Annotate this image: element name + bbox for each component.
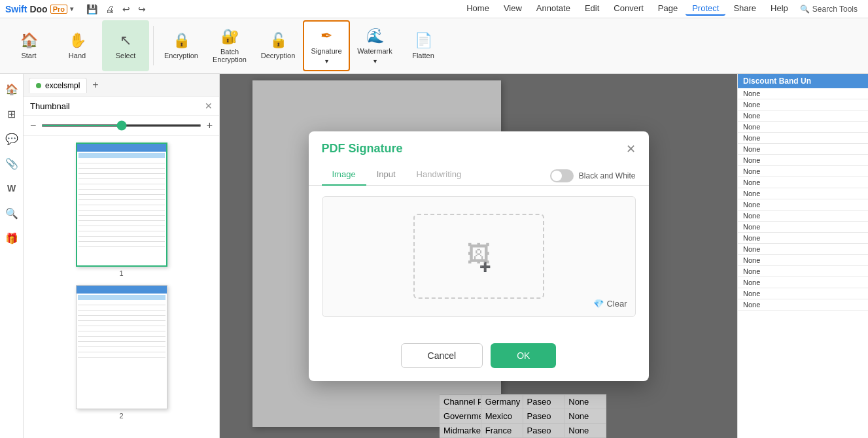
logo-caret: ▾ [70, 5, 73, 12]
menu-share[interactable]: Share [727, 2, 763, 16]
data-row: None [738, 211, 868, 222]
watermark-caret: ▾ [373, 58, 377, 65]
toggle-knob [551, 171, 562, 181]
sidebar-clip-icon[interactable]: 📎 [2, 154, 22, 173]
app-logo: SwiftDoo Pro ▾ [5, 4, 73, 14]
menu-edit[interactable]: Edit [578, 2, 606, 16]
select-label: Select [116, 52, 136, 59]
signature-button[interactable]: ✒ Signature ▾ [303, 20, 350, 71]
sidebar-search-icon[interactable]: 🔍 [2, 203, 22, 223]
tab-excelsmpl[interactable]: excelsmpl [29, 78, 87, 93]
encryption-icon: 🔒 [173, 32, 190, 49]
data-row: None [738, 133, 868, 144]
zoom-in-button[interactable]: + [207, 120, 213, 131]
print-button[interactable]: 🖨 [103, 3, 117, 16]
menu-home[interactable]: Home [460, 2, 496, 16]
modal-close-button[interactable]: ✕ [626, 142, 636, 156]
decryption-icon: 🔓 [269, 32, 287, 49]
image-upload-area[interactable]: 🖼 ➕ 💎 Clear [322, 196, 636, 317]
signature-icon: ✒ [321, 27, 332, 44]
window-controls: 💾 🖨 ↩ ↪ [84, 3, 148, 16]
logo-swift: Swift [5, 4, 27, 14]
select-icon: ↖ [120, 32, 131, 49]
modal-title: PDF Signature [322, 142, 403, 156]
hand-label: Hand [69, 52, 86, 59]
tab-dot [36, 83, 41, 88]
add-image-icon: ➕ [479, 261, 491, 272]
search-tools-label: Search Tools [812, 5, 858, 14]
thumbnail-page-2[interactable]: 2 [76, 285, 167, 420]
data-row: None [738, 277, 868, 288]
pdf-area: PDF Signature ✕ Image Input Handwriting … [220, 74, 737, 438]
select-button[interactable]: ↖ Select [102, 20, 149, 71]
tab-handwriting[interactable]: Handwriting [406, 164, 472, 186]
right-panel-rows: None None None None None None None None … [738, 88, 868, 311]
save-button[interactable]: 💾 [84, 3, 100, 16]
data-row: None [738, 110, 868, 122]
clear-button[interactable]: 💎 Clear [593, 299, 627, 309]
batch-encryption-icon: 🔐 [221, 28, 239, 45]
right-panel-title: Discount Band Un [743, 76, 811, 86]
menu-annotate[interactable]: Annotate [530, 2, 577, 16]
tab-filename: excelsmpl [45, 81, 80, 90]
flatten-icon: 📄 [415, 32, 432, 49]
search-tools-area[interactable]: 🔍 Search Tools [795, 3, 863, 15]
clear-label: Clear [606, 299, 627, 309]
clear-icon: 💎 [593, 299, 604, 309]
baw-toggle-area: Black and White [550, 169, 636, 182]
sidebar-icons: 🏠 ⊞ 💬 📎 W 🔍 🎁 [0, 74, 24, 438]
data-row: None [738, 255, 868, 266]
data-row: None [738, 88, 868, 99]
start-button[interactable]: 🏠 Start [5, 20, 52, 71]
modal-body: 🖼 ➕ 💎 Clear [309, 186, 649, 335]
menu-convert[interactable]: Convert [607, 2, 650, 16]
sidebar-gift-icon[interactable]: 🎁 [2, 228, 22, 248]
cancel-button[interactable]: Cancel [401, 343, 483, 368]
menu-page[interactable]: Page [651, 2, 684, 16]
signature-label: Signature [311, 47, 341, 55]
watermark-icon: 🌊 [366, 27, 384, 44]
zoom-out-button[interactable]: − [30, 120, 36, 131]
baw-toggle-switch[interactable] [550, 169, 574, 182]
image-placeholder: 🖼 ➕ [413, 214, 544, 299]
data-row: None [738, 222, 868, 233]
thumbnail-content: 1 [24, 136, 219, 438]
menu-view[interactable]: View [497, 2, 529, 16]
modal-footer: Cancel OK [309, 335, 649, 381]
menu-protect[interactable]: Protect [686, 2, 725, 16]
hand-icon: ✋ [69, 32, 86, 49]
encryption-button[interactable]: 🔒 Encryption [158, 20, 205, 71]
sidebar-home-icon[interactable]: 🏠 [2, 79, 22, 99]
menu-bar: SwiftDoo Pro ▾ 💾 🖨 ↩ ↪ Home View Annotat… [0, 0, 868, 18]
redo-button[interactable]: ↪ [135, 3, 148, 16]
thumb-img-2 [76, 285, 167, 409]
tab-input[interactable]: Input [366, 164, 406, 186]
data-row: None [738, 244, 868, 255]
thumbnail-page-1[interactable]: 1 [76, 143, 167, 277]
flatten-button[interactable]: 📄 Flatten [400, 20, 447, 71]
zoom-slider[interactable] [41, 124, 201, 127]
sidebar-chat-icon[interactable]: 💬 [2, 129, 22, 148]
sidebar-text-icon[interactable]: W [2, 178, 22, 198]
watermark-button[interactable]: 🌊 Watermark ▾ [351, 20, 398, 71]
tab-add-button[interactable]: + [87, 76, 103, 93]
undo-button[interactable]: ↩ [120, 3, 133, 16]
toolbar: 🏠 Start ✋ Hand ↖ Select 🔒 Encryption 🔐 B… [0, 18, 868, 74]
thumb-img-1 [76, 143, 167, 267]
thumbnail-header: Thumbnail ✕ [24, 97, 219, 116]
ok-button[interactable]: OK [491, 343, 556, 368]
modal-tabs-row: Image Input Handwriting Black and White [309, 164, 649, 186]
data-row: None [738, 266, 868, 277]
sidebar-grid-icon[interactable]: ⊞ [2, 104, 22, 124]
data-row: None [738, 155, 868, 166]
menu-help[interactable]: Help [764, 2, 795, 16]
batch-encryption-button[interactable]: 🔐 Batch Encryption [206, 20, 253, 71]
thumb-num-2: 2 [119, 412, 123, 420]
thumbnail-title: Thumbnail [30, 101, 70, 111]
decryption-button[interactable]: 🔓 Decryption [254, 20, 302, 71]
thumbnail-close-button[interactable]: ✕ [205, 101, 213, 111]
data-row: None [738, 288, 868, 299]
tab-image[interactable]: Image [322, 164, 366, 186]
thumbnail-panel: excelsmpl + Thumbnail ✕ − + [24, 74, 220, 438]
hand-button[interactable]: ✋ Hand [54, 20, 101, 71]
